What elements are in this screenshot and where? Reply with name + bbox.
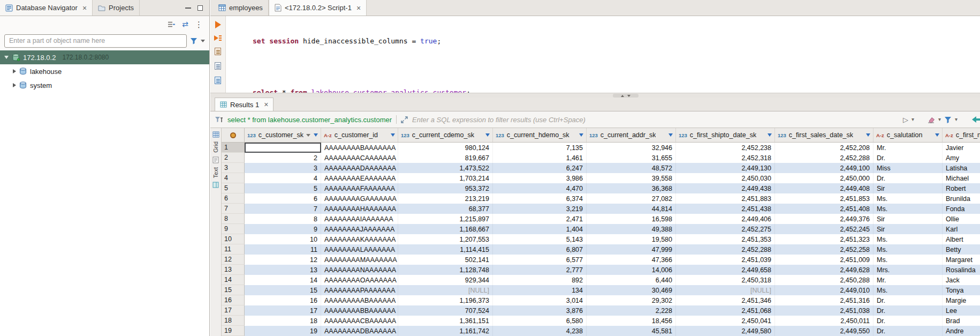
grid-cell[interactable]: 11 bbox=[245, 244, 321, 255]
grid-cell[interactable]: 14 bbox=[245, 275, 321, 285]
grid-cell[interactable]: [NULL] bbox=[398, 285, 493, 295]
grid-cell[interactable]: 45,581 bbox=[587, 326, 676, 336]
column-menu-dropdown-icon[interactable] bbox=[485, 133, 490, 137]
grid-cell[interactable]: 2,228 bbox=[587, 305, 676, 316]
filter-define-icon[interactable] bbox=[215, 116, 223, 123]
row-number[interactable]: 7 bbox=[222, 204, 245, 214]
row-number[interactable]: 18 bbox=[222, 316, 245, 326]
column-header-c_first_name[interactable]: A-zc_first_name bbox=[943, 128, 980, 142]
column-header-c_salutation[interactable]: A-zc_salutation bbox=[873, 128, 943, 142]
grid-cell[interactable]: 7,135 bbox=[493, 143, 587, 153]
grid-cell[interactable]: 3,014 bbox=[493, 295, 587, 305]
grid-cell[interactable]: Rosalinda bbox=[943, 265, 980, 275]
grid-cell[interactable]: 2,452,275 bbox=[676, 224, 775, 234]
grid-cell[interactable]: Latisha bbox=[943, 163, 980, 173]
execute-statement-icon[interactable] bbox=[215, 21, 221, 28]
grid-cell[interactable]: AAAAAAAAOAAAAAAA bbox=[321, 275, 398, 285]
grid-cell[interactable]: 2,451,039 bbox=[676, 255, 775, 265]
apply-filter-dropdown-icon[interactable]: ▾ bbox=[911, 117, 914, 122]
grid-cell[interactable]: 6,374 bbox=[493, 193, 587, 204]
row-number[interactable]: 4 bbox=[222, 173, 245, 183]
grid-cell[interactable]: Dr. bbox=[873, 305, 943, 316]
grid-cell[interactable]: 4,470 bbox=[493, 183, 587, 193]
grid-cell[interactable]: Dr. bbox=[873, 173, 943, 183]
column-menu-dropdown-icon[interactable] bbox=[579, 133, 583, 137]
expander-right-icon[interactable] bbox=[13, 83, 16, 87]
row-number[interactable]: 14 bbox=[222, 275, 245, 285]
grid-cell[interactable]: 3 bbox=[245, 163, 321, 173]
grid-cell[interactable]: Dr. bbox=[873, 326, 943, 336]
grid-cell[interactable]: 2,449,406 bbox=[676, 214, 775, 224]
grid-cell[interactable]: 2,450,011 bbox=[775, 316, 873, 326]
grid-cell[interactable]: 502,141 bbox=[398, 255, 493, 265]
grid-cell[interactable]: 36,368 bbox=[587, 183, 676, 193]
row-number[interactable]: 16 bbox=[222, 295, 245, 305]
grid-cell[interactable]: Dr. bbox=[873, 316, 943, 326]
presentation-grid-label[interactable]: Grid bbox=[212, 141, 219, 153]
explain-plan-icon[interactable] bbox=[215, 48, 221, 55]
grid-cell[interactable]: Robert bbox=[943, 183, 980, 193]
grid-cell[interactable]: 1,207,553 bbox=[398, 234, 493, 244]
grid-cell[interactable]: AAAAAAAACBAAAAAA bbox=[321, 316, 398, 326]
row-number[interactable]: 6 bbox=[222, 193, 245, 204]
grid-cell[interactable]: 6 bbox=[245, 193, 321, 204]
grid-cell[interactable]: 1,473,522 bbox=[398, 163, 493, 173]
column-menu-dropdown-icon[interactable] bbox=[314, 133, 318, 137]
grid-cell[interactable]: 10 bbox=[245, 234, 321, 244]
grid-cell[interactable]: 2,451,316 bbox=[775, 295, 873, 305]
object-filter-input[interactable] bbox=[4, 34, 187, 48]
grid-cell[interactable]: 15 bbox=[245, 285, 321, 295]
sql-editor[interactable]: set session hide_inaccessible_columns = … bbox=[253, 20, 980, 114]
grid-cell[interactable]: 29,302 bbox=[587, 295, 676, 305]
column-menu-dropdown-icon[interactable] bbox=[668, 133, 673, 137]
grid-cell[interactable]: 1,128,748 bbox=[398, 265, 493, 275]
grid-cell[interactable]: Brunilda bbox=[943, 193, 980, 204]
erase-dropdown-icon[interactable]: ▾ bbox=[938, 117, 941, 122]
grid-cell[interactable]: 980,124 bbox=[398, 143, 493, 153]
selected-cell[interactable] bbox=[245, 143, 321, 153]
tab-employees[interactable]: employees bbox=[213, 0, 269, 16]
row-number[interactable]: 1 bbox=[222, 143, 245, 153]
editor-results-splitter[interactable] bbox=[210, 93, 980, 98]
expand-filter-icon[interactable] bbox=[401, 116, 408, 123]
sort-indicator-icon[interactable] bbox=[306, 134, 310, 137]
active-query-text[interactable]: select * from lakehouse.customer_analyti… bbox=[227, 116, 392, 124]
grid-cell[interactable]: 953,372 bbox=[398, 183, 493, 193]
grid-cell[interactable]: AAAAAAAAEAAAAAAA bbox=[321, 173, 398, 183]
grid-cell[interactable]: 47,999 bbox=[587, 244, 676, 255]
grid-cell[interactable]: 2,452,288 bbox=[676, 244, 775, 255]
grid-cell[interactable]: Margaret bbox=[943, 255, 980, 265]
grid-cell[interactable]: AAAAAAAADAAAAAAA bbox=[321, 163, 398, 173]
grid-cell[interactable]: 48,572 bbox=[587, 163, 676, 173]
grid-cell[interactable]: 2,449,010 bbox=[775, 285, 873, 295]
grid-cell[interactable]: 5 bbox=[245, 183, 321, 193]
column-header-c_first_sales_date_sk[interactable]: 123c_first_sales_date_sk bbox=[775, 128, 873, 142]
grid-cell[interactable]: 2,451,068 bbox=[676, 305, 775, 316]
grid-cell[interactable]: Ms. bbox=[873, 234, 943, 244]
grid-cell[interactable]: 3,876 bbox=[493, 305, 587, 316]
grid-cell[interactable]: Ms. bbox=[873, 204, 943, 214]
grid-cell[interactable]: 1,404 bbox=[493, 224, 587, 234]
grid-cell[interactable]: 2,451,353 bbox=[676, 234, 775, 244]
grid-cell[interactable]: Betty bbox=[943, 244, 980, 255]
load-script-icon[interactable] bbox=[215, 62, 221, 70]
text-presentation-icon[interactable] bbox=[212, 156, 219, 163]
splitter-handle[interactable] bbox=[613, 94, 639, 98]
close-icon[interactable]: × bbox=[356, 4, 361, 12]
grid-cell[interactable]: 2,451,009 bbox=[775, 255, 873, 265]
column-header-c_current_cdemo_sk[interactable]: 123c_current_cdemo_sk bbox=[398, 128, 493, 142]
row-number[interactable]: 10 bbox=[222, 234, 245, 244]
execute-script-icon[interactable] bbox=[214, 35, 222, 41]
grid-cell[interactable]: Lee bbox=[943, 305, 980, 316]
grid-cell[interactable]: Javier bbox=[943, 143, 980, 153]
presentation-text-label[interactable]: Text bbox=[212, 167, 219, 178]
column-menu-dropdown-icon[interactable] bbox=[768, 133, 772, 137]
grid-cell[interactable]: Mr. bbox=[873, 275, 943, 285]
grid-cell[interactable]: 2,452,208 bbox=[775, 143, 873, 153]
row-number[interactable]: 19 bbox=[222, 326, 245, 336]
grid-cell[interactable]: 2,451,408 bbox=[775, 204, 873, 214]
grid-presentation-icon[interactable] bbox=[212, 131, 219, 138]
grid-cell[interactable]: 8 bbox=[245, 214, 321, 224]
grid-cell[interactable]: 2,449,100 bbox=[775, 163, 873, 173]
export-result-icon[interactable] bbox=[215, 77, 221, 84]
